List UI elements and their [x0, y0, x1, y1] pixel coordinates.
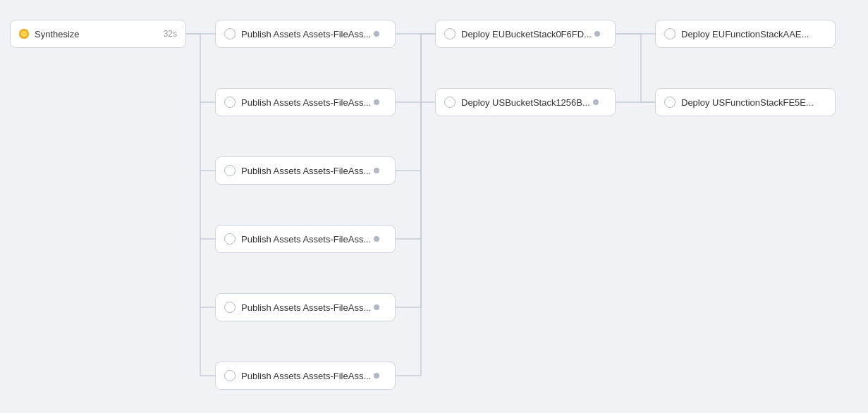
node-dot-icon	[374, 373, 379, 378]
node-dot-icon	[594, 31, 600, 37]
node-circle-icon	[664, 28, 676, 39]
pipeline-canvas: Synthesize 32s Publish Assets Assets-Fil…	[0, 0, 868, 413]
synthesize-node[interactable]: Synthesize 32s	[10, 20, 186, 48]
node-dot-icon	[374, 99, 379, 105]
node-dot-icon	[374, 168, 379, 173]
synthesize-label: Synthesize	[35, 29, 80, 39]
node-circle-icon	[224, 28, 236, 39]
db1-label: Deploy EUBucketStack0F6FD...	[461, 29, 592, 39]
pa5-label: Publish Assets Assets-FileAss...	[241, 302, 371, 313]
node-circle-icon	[224, 97, 236, 108]
deploy-eu-function-node[interactable]: Deploy EUFunctionStackAAE...	[655, 20, 836, 48]
pa3-label: Publish Assets Assets-FileAss...	[241, 166, 371, 176]
node-dot-icon	[593, 99, 599, 105]
deploy-us-bucket-node[interactable]: Deploy USBucketStack1256B...	[435, 88, 616, 116]
synthesize-time: 32s	[152, 29, 177, 39]
status-dot-icon	[19, 29, 29, 39]
pa6-label: Publish Assets Assets-FileAss...	[241, 371, 371, 381]
node-dot-icon	[374, 236, 379, 242]
publish-assets-node-6[interactable]: Publish Assets Assets-FileAss...	[215, 362, 396, 390]
publish-assets-node-2[interactable]: Publish Assets Assets-FileAss...	[215, 88, 396, 116]
node-circle-icon	[664, 97, 676, 108]
node-circle-icon	[224, 165, 236, 176]
connections-svg	[0, 0, 868, 413]
node-circle-icon	[224, 370, 236, 381]
node-circle-icon	[444, 28, 456, 39]
publish-assets-node-1[interactable]: Publish Assets Assets-FileAss...	[215, 20, 396, 48]
pa2-label: Publish Assets Assets-FileAss...	[241, 97, 371, 108]
pa1-label: Publish Assets Assets-FileAss...	[241, 29, 371, 39]
node-circle-icon	[224, 302, 236, 313]
publish-assets-node-4[interactable]: Publish Assets Assets-FileAss...	[215, 225, 396, 253]
df2-label: Deploy USFunctionStackFE5E...	[681, 97, 814, 108]
df1-label: Deploy EUFunctionStackAAE...	[681, 29, 809, 39]
deploy-eu-bucket-node[interactable]: Deploy EUBucketStack0F6FD...	[435, 20, 616, 48]
publish-assets-node-3[interactable]: Publish Assets Assets-FileAss...	[215, 156, 396, 185]
pa4-label: Publish Assets Assets-FileAss...	[241, 234, 371, 245]
publish-assets-node-5[interactable]: Publish Assets Assets-FileAss...	[215, 293, 396, 321]
db2-label: Deploy USBucketStack1256B...	[461, 97, 590, 108]
deploy-us-function-node[interactable]: Deploy USFunctionStackFE5E...	[655, 88, 836, 116]
node-dot-icon	[374, 304, 379, 310]
node-circle-icon	[444, 97, 456, 108]
node-dot-icon	[374, 31, 379, 37]
node-circle-icon	[224, 233, 236, 245]
